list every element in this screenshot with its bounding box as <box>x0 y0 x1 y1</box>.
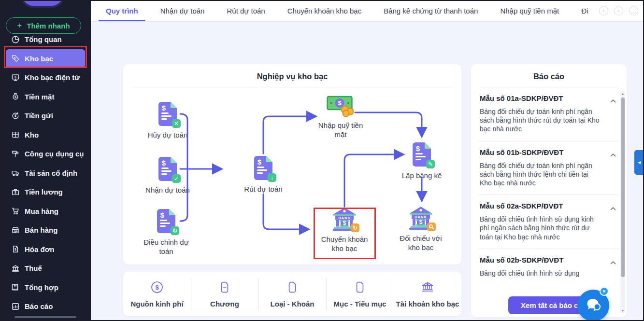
scrollbar-thumb[interactable] <box>621 98 625 277</box>
sidebar-item-tien-gui[interactable]: $ Tiền gửi <box>6 106 85 126</box>
sidebar-item-tien-mat[interactable]: $ Tiền mặt <box>6 87 85 107</box>
transfer-badge-icon: ↻ <box>351 223 359 232</box>
bank-search-icon: BANK$ <box>408 206 434 232</box>
sidebar-item-label: Tổng quan <box>25 35 62 43</box>
scroll-down-icon[interactable]: ▼ <box>620 309 625 312</box>
panel-collapse-handle[interactable]: ◀ <box>634 150 644 175</box>
link-nguon-kinh-phi[interactable]: $ Nguồn kinh phí <box>123 272 191 316</box>
node-label: Lập bảng kê <box>395 171 448 181</box>
tab-nhap-quy-tien-mat[interactable]: Nhập quỹ tiền mặt <box>493 0 566 21</box>
sidebar-item-kho-bac-dien-tu[interactable]: $ Kho bạc điện tử <box>6 68 85 87</box>
sidebar-item-kho-bac[interactable]: $ Kho bạc <box>6 49 85 69</box>
bank-transfer-icon: BANK$ ↻ <box>331 207 358 233</box>
node-nhan-du-toan[interactable]: $ ✓ Nhận dự toán <box>141 156 194 195</box>
node-rut-du-toan[interactable]: $ ↓ Rút dự toán <box>237 155 290 194</box>
horizontal-scrollbar[interactable] <box>14 316 76 318</box>
chevron-up-icon[interactable] <box>610 204 616 212</box>
sidebar-item-mua-hang[interactable]: Mua hàng <box>6 202 85 221</box>
sidebar-item-label: Kho <box>25 131 39 139</box>
scroll-up-icon[interactable]: ▲ <box>620 92 625 96</box>
node-lap-bang-ke[interactable]: $ ✎ Lập bảng kê <box>395 141 448 181</box>
tab-nhan-du-toan[interactable]: Nhận dự toán <box>153 0 212 21</box>
invoice-icon: $ <box>11 245 20 254</box>
tab-dieu-chinh[interactable]: Điều c <box>574 0 588 21</box>
sidebar-item-label: Tổng hợp <box>25 283 58 292</box>
sidebar-item-thue[interactable]: Thuế <box>6 259 85 278</box>
node-nhap-quy-tien-mat[interactable]: $ Nhập quỹ tiền mặt <box>315 95 367 140</box>
sidebar-item-cong-cu-dung-cu[interactable]: Công cụ dụng cụ <box>6 144 85 164</box>
sidebar: + Thêm nhanh Tổng quan $ Kho bạc $ Kho b… <box>0 0 91 321</box>
chevron-up-icon[interactable] <box>610 150 616 159</box>
node-label: Hủy dự toán <box>143 131 192 140</box>
link-loai-khoan[interactable]: Loại - Khoản <box>258 272 326 316</box>
sidebar-item-hoa-don[interactable]: $ Hóa đơn <box>6 240 85 259</box>
briefcase-dollar-icon: $ <box>11 187 20 196</box>
link-muc-tieu-muc[interactable]: Mục - Tiểu mục <box>326 272 394 316</box>
storefront-icon <box>11 225 20 235</box>
report-item-01a[interactable]: Mẫu số 01a-SDKP/ĐVĐT Bảng đối chiếu dự t… <box>471 87 627 141</box>
link-chuong[interactable]: Chương <box>191 272 258 316</box>
report-item-01b[interactable]: Mẫu số 01b-SDKP/ĐVĐT Bảng đối chiếu dự t… <box>471 141 627 195</box>
tab-label: Nhận dự toán <box>160 7 205 15</box>
svg-text:$: $ <box>343 220 346 226</box>
monitor-dollar-icon: $ <box>11 73 20 82</box>
report-code: Mẫu số 01b-SDKP/ĐVĐT <box>480 148 607 156</box>
tab-bar: Quy trình Nhận dự toán Rút dự toán Chuyể… <box>91 0 644 22</box>
chevron-up-icon[interactable] <box>610 258 616 266</box>
tab-label: Chuyển khoản kho bạc <box>287 7 361 15</box>
category-links-card: $ Nguồn kinh phí Chương Loại - Khoản Mục… <box>123 272 461 316</box>
sidebar-item-label: Kho bạc <box>25 55 53 63</box>
sidebar-item-tien-luong[interactable]: $ Tiền lương <box>6 182 85 202</box>
sidebar-item-tong-quan[interactable]: Tổng quan <box>6 30 85 49</box>
chat-close-button[interactable]: × <box>600 287 609 296</box>
chevron-left-icon[interactable]: ‹ <box>599 6 608 15</box>
document-attach-icon: $ ✎ <box>411 141 433 169</box>
attach-badge-icon: ✎ <box>426 160 435 168</box>
svg-text:$: $ <box>162 159 166 167</box>
node-dieu-chinh-du-toan[interactable]: $ ↻ Điều chỉnh dự toán <box>138 208 195 256</box>
tab-bang-ke-chung-tu[interactable]: Bảng kê chứng từ thanh toán <box>376 0 485 21</box>
sidebar-item-label: Kho bạc điện tử <box>25 73 80 82</box>
chevron-up-icon[interactable] <box>610 96 616 105</box>
report-description: Bảng đối chiếu dự toán kinh phí ngân sác… <box>480 161 601 188</box>
avatar[interactable] <box>20 0 65 8</box>
tab-label: Quy trình <box>106 7 138 15</box>
sidebar-item-label: Công cụ dụng cụ <box>25 150 84 158</box>
vertical-scrollbar[interactable]: ▲ ▼ <box>620 91 625 313</box>
document-minus-icon <box>217 280 232 296</box>
report-item-02b[interactable]: Mẫu số 02b-SDKP/ĐVĐT Bảng đối chiếu tình… <box>471 249 627 285</box>
tab-quy-trinh[interactable]: Quy trình <box>99 0 145 21</box>
sidebar-item-label: Tiền gửi <box>25 112 53 120</box>
document-refresh-icon: $ ↻ <box>155 208 177 236</box>
document-icon <box>353 280 367 296</box>
download-badge-icon: ↓ <box>268 173 276 182</box>
link-tai-khoan-kho-bac[interactable]: Tài khoản kho bạc <box>394 272 461 316</box>
sidebar-item-ban-hang[interactable]: Bán hàng <box>6 221 85 240</box>
sidebar-item-tai-san-co-dinh[interactable]: Tài sản cố định <box>6 164 85 183</box>
node-label: Nhận dự toán <box>141 186 194 195</box>
sidebar-item-tong-hop[interactable]: Tổng hợp <box>6 278 85 297</box>
tab-label: Rút dự toán <box>227 7 265 15</box>
link-label: Nguồn kinh phí <box>130 300 183 308</box>
node-huy-du-toan[interactable]: $ × Hủy dự toán <box>143 101 192 140</box>
treasury-process-card: Nghiệp vụ kho bạc <box>123 64 461 265</box>
svg-text:$: $ <box>258 158 262 166</box>
cancel-badge-icon: × <box>172 119 181 128</box>
node-chuyen-khoan-kho-bac[interactable]: BANK$ ↻ Chuyển khoản kho bạc <box>317 207 372 253</box>
truck-icon <box>11 168 20 178</box>
sidebar-item-label: Báo cáo <box>25 302 53 310</box>
sidebar-item-label: Mua hàng <box>25 207 58 215</box>
tab-rut-du-toan[interactable]: Rút dự toán <box>219 0 272 21</box>
refresh-badge-icon: ↻ <box>171 226 179 235</box>
sidebar-item-bao-cao[interactable]: Báo cáo <box>6 297 85 316</box>
node-doi-chieu-voi-kho-bac[interactable]: BANK$ Đối chiếu với kho bạc <box>396 206 446 252</box>
node-label: Nhập quỹ tiền mặt <box>315 121 367 140</box>
more-options-icon[interactable]: … <box>629 6 638 15</box>
report-description: Bảng đối chiếu dự toán kinh phí ngân sác… <box>480 107 601 134</box>
report-item-02a[interactable]: Mẫu số 02a-SDKP/ĐVĐT Bảng đối chiếu tình… <box>471 195 627 249</box>
chevron-right-icon[interactable]: › <box>614 6 623 15</box>
tab-label: Điều c <box>581 7 588 15</box>
tab-chuyen-khoan-kho-bac[interactable]: Chuyển khoản kho bạc <box>280 0 369 21</box>
report-chart-icon <box>11 302 20 311</box>
sidebar-item-kho[interactable]: Kho <box>6 126 85 145</box>
